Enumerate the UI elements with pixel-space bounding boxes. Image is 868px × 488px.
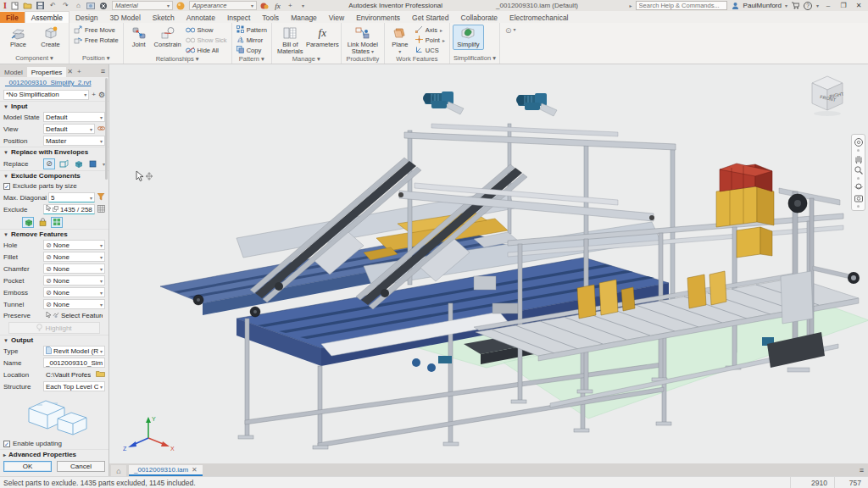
preserve-select-features[interactable]: Select Features [43, 311, 105, 321]
tunnel-select[interactable]: ⊘None▾ [43, 299, 105, 309]
emboss-select[interactable]: ⊘None▾ [43, 287, 105, 297]
group-label-pattern[interactable]: Pattern ▾ [232, 55, 271, 64]
output-type-select[interactable]: Revit Model (RVT ▾ [43, 346, 105, 356]
create-button[interactable]: Create [35, 25, 66, 48]
tab-inspect[interactable]: Inspect [221, 12, 256, 23]
preset-settings-gear-icon[interactable]: ⚙ [98, 91, 105, 99]
add-preset-icon[interactable]: + [92, 91, 96, 98]
tab-manage[interactable]: Manage [285, 12, 323, 23]
parameters-fx-icon[interactable]: fx [273, 1, 282, 10]
group-label-relationships[interactable]: Relationships ▾ [124, 55, 231, 64]
section-output[interactable]: ▼Output [0, 335, 108, 345]
group-label-productivity[interactable]: Productivity [342, 55, 384, 64]
pattern-button[interactable]: Pattern [235, 25, 269, 35]
show-button[interactable]: Show [184, 25, 229, 35]
navigation-bar[interactable] [851, 134, 865, 211]
mirror-button[interactable]: Mirror [235, 36, 269, 45]
tab-sketch[interactable]: Sketch [147, 12, 181, 23]
search-expand-icon[interactable]: ▸ [630, 3, 632, 8]
tab-environments[interactable]: Environments [350, 12, 406, 23]
section-advanced-properties[interactable]: ▸Advanced Properties [0, 449, 108, 459]
model-viewport[interactable]: FRONT RIGHT Y X Z [109, 64, 868, 463]
place-button[interactable]: Place [3, 25, 34, 48]
hide-all-button[interactable]: Hide All [184, 46, 229, 55]
tab-tools[interactable]: Tools [256, 12, 285, 23]
pan-hand-icon[interactable] [854, 153, 864, 164]
panel-scrollbar[interactable] [105, 78, 108, 180]
home-icon[interactable]: ⌂ [74, 1, 83, 10]
simplify-doc-link[interactable]: _0012009310_Simplify_2.rvt [5, 79, 91, 86]
plus-icon[interactable]: + [286, 1, 295, 10]
view-cube[interactable]: FRONT RIGHT [800, 69, 854, 119]
save-icon[interactable] [36, 1, 45, 10]
material-browser-icon[interactable] [99, 1, 108, 10]
tab-design[interactable]: Design [70, 12, 103, 23]
section-replace-with-envelopes[interactable]: ▼Replace with Envelopes [0, 147, 108, 157]
minimize-button[interactable]: – [822, 2, 834, 9]
close-button[interactable]: ✕ [853, 2, 865, 9]
document-tab[interactable]: _0012009310.iam ✕ [129, 465, 203, 476]
material-combo[interactable]: Material ▾ [112, 1, 173, 10]
user-name[interactable]: PaulMunford [743, 2, 782, 9]
lock-small-parts-button[interactable] [36, 217, 48, 228]
section-remove-features[interactable]: ▼Remove Features [0, 229, 108, 239]
help-icon[interactable]: ? [804, 1, 813, 10]
hole-select[interactable]: ⊘None▾ [43, 240, 105, 250]
output-location-field[interactable]: C:\Vault Professional [43, 369, 93, 380]
plane-button[interactable]: Plane▾ [387, 25, 413, 55]
undo-icon[interactable]: ↶ [48, 1, 58, 10]
enable-updating-checkbox[interactable]: ✓ [3, 441, 10, 447]
exclude-grid-icon[interactable] [97, 205, 105, 214]
tab-list-menu-icon[interactable]: ≡ [860, 466, 868, 476]
chamfer-select[interactable]: ⊘None▾ [43, 263, 105, 274]
joint-button[interactable]: Joint [126, 25, 152, 48]
close-panel-tab-icon[interactable]: ✕ [66, 68, 75, 77]
ok-button[interactable]: OK [3, 461, 52, 472]
screenshot-icon[interactable] [86, 1, 96, 10]
close-document-icon[interactable]: ✕ [192, 466, 198, 474]
look-at-icon[interactable] [854, 193, 864, 203]
envelope-none-button[interactable]: ⊘ [43, 158, 55, 169]
zoom-icon[interactable] [854, 165, 864, 175]
user-menu-chevron-icon[interactable]: ▾ [785, 3, 787, 8]
section-exclude-components[interactable]: ▼Exclude Components [0, 170, 108, 180]
position-select[interactable]: Master ▾ [43, 136, 105, 146]
ucs-button[interactable]: UCS [414, 46, 447, 55]
preset-select[interactable]: *No Simplification ▾ [3, 90, 89, 100]
tab-properties[interactable]: Properties [27, 67, 66, 77]
redo-icon[interactable]: ↷ [61, 1, 70, 10]
orbit-icon[interactable] [854, 181, 864, 191]
point-button[interactable]: Point ▸ [414, 36, 447, 45]
tab-view[interactable]: View [323, 12, 350, 23]
adjust-appearance-icon[interactable] [260, 1, 270, 10]
preview-grid-button[interactable] [51, 217, 63, 228]
fillet-select[interactable]: ⊘None▾ [43, 252, 105, 262]
max-diagonal-input[interactable]: 5 ▾ [48, 192, 95, 202]
tab-get-started[interactable]: Get Started [406, 12, 454, 23]
constrain-button[interactable]: Constrain [153, 25, 183, 48]
group-label-position[interactable]: Position ▾ [70, 54, 123, 64]
parameters-button[interactable]: fx Parameters [307, 25, 338, 48]
axis-button[interactable]: Axis ▸ [414, 25, 447, 35]
link-model-states-button[interactable]: Link ModelStates ▾ [344, 25, 381, 55]
tab-collaborate[interactable]: Collaborate [455, 12, 504, 23]
tab-assemble[interactable]: Assemble [25, 11, 70, 23]
envelope-per-component-button[interactable] [72, 158, 84, 169]
ribbon-options-chevron-icon[interactable]: ▾ [514, 26, 516, 32]
home-tab-icon[interactable]: ⌂ [111, 465, 126, 476]
open-folder-icon[interactable] [23, 1, 32, 10]
envelope-all-in-one-button[interactable] [86, 158, 98, 169]
group-label-simplification[interactable]: Simplification ▾ [450, 54, 499, 64]
tab-file[interactable]: File [0, 12, 25, 23]
simplify-button[interactable]: Simplify [453, 25, 484, 50]
show-excluded-button[interactable] [22, 217, 34, 228]
pocket-select[interactable]: ⊘None▾ [43, 275, 105, 286]
group-label-work-features[interactable]: Work Features [385, 55, 449, 64]
group-label-manage[interactable]: Manage ▾ [272, 55, 341, 64]
free-rotate-button[interactable]: Free Rotate [72, 36, 120, 45]
tab-annotate[interactable]: Annotate [181, 12, 221, 23]
group-label-component[interactable]: Component ▾ [0, 54, 69, 64]
output-name-input[interactable]: _0012009310_Simplify_2 [43, 358, 105, 368]
cart-icon[interactable] [791, 1, 800, 10]
add-panel-tab-icon[interactable]: + [75, 68, 85, 77]
